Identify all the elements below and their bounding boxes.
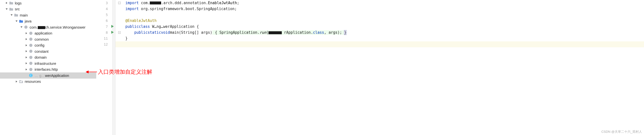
gutter-line-7[interactable]: 7 — [96, 24, 115, 29]
resources-icon — [19, 80, 23, 84]
code-line-4: import org.springframework.boot.SpringAp… — [116, 6, 644, 12]
tree-item-ch-service-wronganswer[interactable]: com.ch.service.Wronganswer — [0, 24, 96, 30]
package-icon — [28, 31, 33, 35]
folder-grey-icon — [9, 7, 13, 11]
tree-item-label: src — [15, 7, 20, 11]
tree-item-infrastructure[interactable]: infrastructure — [0, 60, 96, 67]
chevron-right-icon[interactable] — [25, 49, 28, 53]
tree-item-application[interactable]: application — [0, 30, 96, 36]
gutter-line-5[interactable]: 5 — [96, 12, 115, 18]
chevron-right-icon[interactable] — [25, 68, 28, 71]
chevron-right-icon[interactable] — [25, 56, 28, 59]
package-icon — [28, 55, 33, 59]
editor-gutter: 3−45678+1112 — [96, 0, 116, 135]
tree-item-resources[interactable]: resources — [0, 79, 96, 85]
watermark: CSDN @天草二十六_简村人 — [601, 130, 642, 134]
chevron-right-icon[interactable] — [25, 62, 28, 65]
tree-item-src[interactable]: src — [0, 6, 96, 12]
tree-item-label: logs — [15, 1, 22, 5]
chevron-down-icon[interactable] — [10, 13, 13, 17]
code-line-3: import com..arch.ddd.annotation.EnableJw… — [116, 0, 644, 6]
tree-item-java[interactable]: java — [0, 18, 96, 24]
tree-arrow-placeholder — [25, 74, 28, 77]
gutter-line-4[interactable]: 4 — [96, 6, 115, 12]
gutter-line-3[interactable]: 3− — [96, 0, 115, 6]
code-line-11: } — [116, 35, 644, 41]
tree-item-label: resources — [25, 79, 41, 84]
package-icon — [28, 49, 33, 53]
chevron-down-icon[interactable] — [5, 7, 8, 11]
tree-item-label: constant — [34, 49, 48, 53]
code-line-5 — [116, 12, 644, 18]
tree-item-label: config — [34, 43, 44, 47]
code-editor[interactable]: import com..arch.ddd.annotation.EnableJw… — [116, 0, 644, 135]
gutter-line-8[interactable]: 8+ — [96, 29, 115, 35]
tree-item-logs[interactable]: logs — [0, 0, 96, 6]
package-icon — [28, 61, 33, 65]
tree-item-werapplication[interactable]: … g…werApplication — [0, 72, 96, 79]
tree-item-label: com.ch.service.Wronganswer — [30, 25, 85, 29]
folder-grey-icon — [14, 13, 18, 17]
code-line-12 — [116, 41, 644, 47]
tree-item-config[interactable]: config — [0, 42, 96, 48]
code-line-8: public static void main(String[] args) {… — [116, 29, 644, 35]
tree-item-label: domain — [34, 55, 47, 59]
chevron-down-icon[interactable] — [15, 19, 18, 23]
folder-blue-icon — [19, 19, 23, 23]
tree-item-label: interfaces.http — [34, 67, 58, 71]
tree-item-interfaces-http[interactable]: interfaces.http — [0, 67, 96, 73]
tree-item-label: application — [34, 31, 52, 35]
chevron-right-icon[interactable] — [25, 37, 28, 41]
code-line-6: @EnableJwtAuth — [116, 18, 644, 24]
package-icon — [24, 25, 28, 29]
tree-item-label: … g…werApplication — [34, 73, 69, 78]
tree-item-common[interactable]: common — [0, 36, 96, 42]
chevron-right-icon[interactable] — [15, 80, 18, 83]
gutter-line-6[interactable]: 6 — [96, 18, 115, 24]
tree-item-label: java — [25, 19, 32, 23]
tree-item-constant[interactable]: constant — [0, 48, 96, 54]
project-tree[interactable]: logssrcmainjavacom.ch.service.Wronganswe… — [0, 0, 96, 135]
tree-item-label: infrastructure — [34, 61, 56, 66]
tree-item-domain[interactable]: domain — [0, 54, 96, 61]
run-gutter-icon[interactable] — [111, 25, 114, 28]
code-line-7: public class W…ng…werApplication { — [116, 24, 644, 29]
chevron-right-icon[interactable] — [5, 1, 8, 5]
class-icon — [28, 73, 33, 77]
tree-item-main[interactable]: main — [0, 12, 96, 18]
gutter-line-12[interactable]: 12 — [96, 41, 115, 47]
gutter-line-11[interactable]: 11 — [96, 35, 115, 41]
tree-item-label: main — [20, 13, 28, 17]
package-icon — [28, 67, 33, 71]
tree-item-label: common — [34, 37, 49, 41]
package-icon — [28, 37, 33, 41]
package-icon — [28, 43, 33, 47]
chevron-down-icon[interactable] — [20, 25, 23, 29]
chevron-right-icon[interactable] — [25, 31, 28, 35]
run-gutter-icon[interactable] — [111, 31, 114, 34]
folder-grey-icon — [9, 1, 13, 5]
chevron-right-icon[interactable] — [25, 44, 28, 47]
